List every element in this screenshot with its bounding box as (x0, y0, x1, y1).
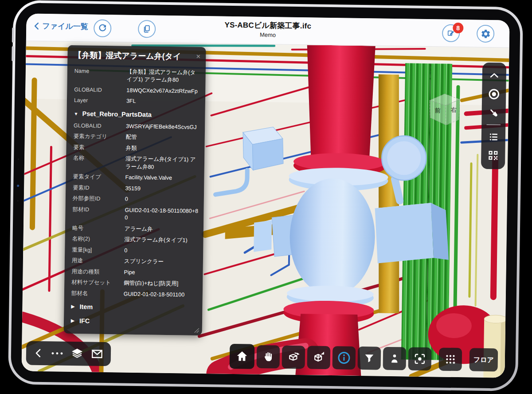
cube-view-icon (312, 351, 325, 364)
property-label: 外部参照ID (73, 195, 125, 203)
filter-icon (363, 352, 376, 364)
pan-hand-button[interactable] (257, 345, 280, 369)
grid-dots-icon (444, 353, 457, 366)
property-label: 要素 (73, 143, 125, 152)
property-value: 3WSRYAjFfEBek8e4ScvsGJ (126, 122, 200, 131)
section-ifc[interactable]: ▶ IFC (71, 313, 197, 329)
close-panel-button[interactable]: × (195, 52, 201, 61)
section-title: IFC (79, 317, 90, 324)
qr-scan-button[interactable] (483, 146, 503, 165)
property-label: Name (74, 67, 127, 83)
property-label: 要素タイプ (73, 173, 125, 181)
floor-selector-button[interactable]: フロア (469, 348, 498, 371)
document-title-block: YS-ABCビル新築工事.ifc Memo (175, 19, 361, 39)
property-label: 名称(2) (72, 235, 124, 244)
mail-button[interactable] (90, 347, 104, 361)
section-title: Pset_Rebro_PartsData (82, 110, 152, 118)
orbit-icon (287, 351, 300, 364)
property-value: 鋼管(白)+ねじ[防災用] (124, 280, 197, 288)
selected-element-title: 【弁類】湿式アラーム弁(タイ (74, 50, 195, 62)
ipad-bezel: ファイル一覧 Y (11, 3, 520, 389)
properties-panel: 【弁類】湿式アラーム弁(タイ × Name 【弁類】湿式アラーム弁(タイプ1) … (64, 45, 206, 335)
view-cube-front-label: 前 (435, 107, 441, 114)
copy-button[interactable] (138, 20, 156, 38)
property-value: 35159 (125, 185, 199, 193)
memo-button[interactable]: 8 (442, 24, 460, 43)
photo-stage: ファイル一覧 Y (0, 0, 532, 394)
file-subtitle: Memo (175, 30, 361, 39)
panel-resize-handle[interactable] (194, 328, 200, 333)
undo-back-button[interactable] (33, 347, 44, 359)
volume-up-button (12, 28, 14, 43)
chevron-up-icon (489, 70, 500, 81)
point-cloud-grid-button[interactable] (439, 347, 462, 371)
file-title: YS-ABCビル新築工事.ifc (175, 19, 361, 32)
record-view-button[interactable] (484, 85, 504, 104)
property-value: 0 (124, 247, 198, 256)
info-icon (337, 351, 351, 365)
property-value: 湿式アラーム弁(タイプ1) (124, 236, 198, 245)
section-item[interactable]: ▶ Item (71, 299, 197, 315)
property-label: GLOBALID (74, 86, 126, 94)
home-icon (235, 350, 249, 363)
refresh-button[interactable] (94, 20, 112, 38)
brush-icon (488, 106, 500, 118)
properties-panel-header: 【弁類】湿式アラーム弁(タイ × (67, 45, 206, 66)
view-cube-right-label: 右 (450, 106, 457, 113)
property-value: Pipe (124, 268, 197, 277)
property-label: 名称 (73, 154, 125, 171)
walkthrough-person-button[interactable] (383, 347, 407, 370)
layers-button[interactable] (70, 347, 84, 360)
back-label: ファイル一覧 (42, 21, 88, 32)
memo-count-badge: 8 (453, 23, 463, 33)
back-to-file-list-button[interactable]: ファイル一覧 (32, 21, 88, 32)
property-row: 名称 湿式アラーム弁(タイプ1) アラーム弁80 (73, 153, 200, 173)
list-icon (487, 130, 499, 142)
hand-icon (262, 351, 274, 363)
bottom-tool-toolbar: フロア (230, 344, 498, 372)
right-view-toolbar (481, 63, 506, 169)
property-value: 3FL (126, 98, 200, 106)
person-icon (389, 352, 400, 365)
property-label: 要素カテゴリ (74, 133, 126, 141)
collapse-toolbar-button[interactable] (485, 66, 505, 85)
section-collapsed-icon: ▶ (71, 304, 75, 309)
ellipsis-icon (51, 348, 64, 359)
bottom-left-toolbar (26, 341, 111, 366)
front-camera (17, 185, 19, 187)
view-cube[interactable]: 前 右 (426, 91, 463, 132)
3d-view-button[interactable] (307, 346, 331, 369)
property-value: スプリンクラー (124, 258, 198, 267)
property-value: アラーム弁 (125, 225, 198, 234)
property-label: 要素ID (73, 184, 125, 192)
property-label: 部材名 (71, 289, 124, 298)
property-label: 用途の種類 (71, 268, 124, 276)
home-view-button[interactable] (230, 344, 255, 369)
section-expanded-icon: ▼ (74, 111, 78, 116)
section-title: Item (79, 303, 93, 310)
property-value: Facility.Valve.Valve (125, 174, 199, 183)
property-value: 0 (125, 196, 199, 205)
properties-panel-body: Name 【弁類】湿式アラーム弁(タイプ1) アラーム弁80 GLOBALID … (64, 64, 206, 335)
volume-down-button (12, 46, 14, 61)
section-collapsed-icon: ▶ (71, 318, 75, 323)
focus-selection-button[interactable] (408, 347, 432, 371)
property-label: 部材ID (72, 205, 125, 222)
filter-button[interactable] (358, 347, 381, 370)
more-options-button[interactable] (51, 348, 64, 359)
section-pset-rebro-partsdata[interactable]: ▼ Pset_Rebro_PartsData (74, 106, 200, 122)
settings-button[interactable] (477, 25, 495, 43)
orbit-camera-button[interactable] (282, 346, 305, 369)
paint-brush-button[interactable] (484, 103, 504, 122)
property-label: 重量[kg] (72, 246, 124, 254)
info-button-active[interactable] (332, 346, 356, 370)
focus-icon (413, 352, 426, 366)
layers-icon (70, 347, 84, 360)
property-label: 用途 (72, 257, 124, 265)
element-list-button[interactable] (484, 127, 504, 146)
ipad-device-frame: ファイル一覧 Y (8, 0, 523, 391)
property-label: 略号 (72, 224, 125, 232)
property-value: GUID2-01-02-18-50110080+80 (125, 206, 198, 223)
property-value: 配管 (126, 134, 200, 142)
gear-icon (480, 28, 490, 39)
